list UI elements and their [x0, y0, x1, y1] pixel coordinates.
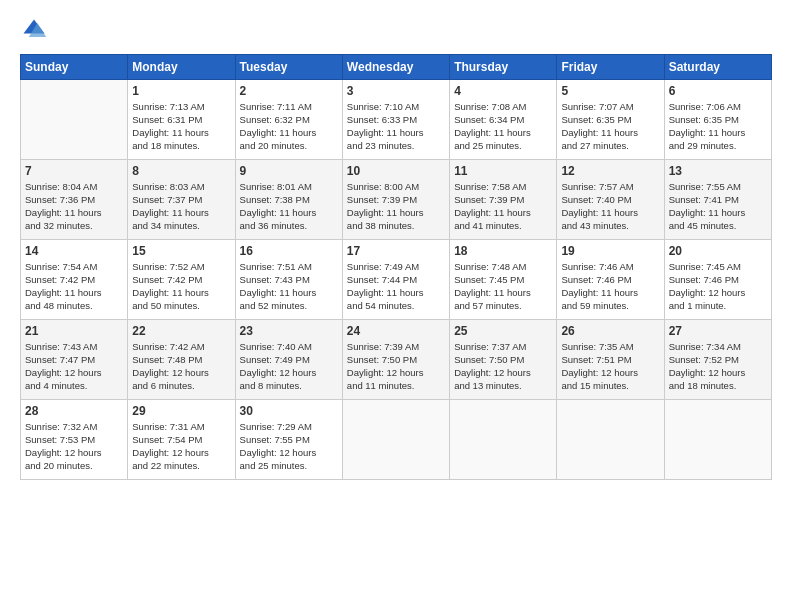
day-number: 6: [669, 83, 767, 99]
day-number: 23: [240, 323, 338, 339]
day-number: 5: [561, 83, 659, 99]
calendar-cell: 27Sunrise: 7:34 AM Sunset: 7:52 PM Dayli…: [664, 320, 771, 400]
day-info: Sunrise: 7:48 AM Sunset: 7:45 PM Dayligh…: [454, 261, 552, 312]
calendar-cell: [664, 400, 771, 480]
calendar-cell: 18Sunrise: 7:48 AM Sunset: 7:45 PM Dayli…: [450, 240, 557, 320]
calendar-cell: 4Sunrise: 7:08 AM Sunset: 6:34 PM Daylig…: [450, 80, 557, 160]
calendar-cell: 9Sunrise: 8:01 AM Sunset: 7:38 PM Daylig…: [235, 160, 342, 240]
calendar-cell: 21Sunrise: 7:43 AM Sunset: 7:47 PM Dayli…: [21, 320, 128, 400]
day-info: Sunrise: 7:32 AM Sunset: 7:53 PM Dayligh…: [25, 421, 123, 472]
calendar-cell: 20Sunrise: 7:45 AM Sunset: 7:46 PM Dayli…: [664, 240, 771, 320]
calendar-cell: 23Sunrise: 7:40 AM Sunset: 7:49 PM Dayli…: [235, 320, 342, 400]
day-info: Sunrise: 7:31 AM Sunset: 7:54 PM Dayligh…: [132, 421, 230, 472]
day-number: 11: [454, 163, 552, 179]
day-info: Sunrise: 7:45 AM Sunset: 7:46 PM Dayligh…: [669, 261, 767, 312]
calendar-cell: 26Sunrise: 7:35 AM Sunset: 7:51 PM Dayli…: [557, 320, 664, 400]
calendar-cell: [21, 80, 128, 160]
calendar-cell: [342, 400, 449, 480]
day-number: 16: [240, 243, 338, 259]
page-header: [20, 16, 772, 44]
calendar-cell: 24Sunrise: 7:39 AM Sunset: 7:50 PM Dayli…: [342, 320, 449, 400]
day-info: Sunrise: 7:29 AM Sunset: 7:55 PM Dayligh…: [240, 421, 338, 472]
calendar-cell: 10Sunrise: 8:00 AM Sunset: 7:39 PM Dayli…: [342, 160, 449, 240]
calendar-cell: 28Sunrise: 7:32 AM Sunset: 7:53 PM Dayli…: [21, 400, 128, 480]
day-number: 19: [561, 243, 659, 259]
day-info: Sunrise: 7:46 AM Sunset: 7:46 PM Dayligh…: [561, 261, 659, 312]
day-info: Sunrise: 7:34 AM Sunset: 7:52 PM Dayligh…: [669, 341, 767, 392]
day-info: Sunrise: 7:57 AM Sunset: 7:40 PM Dayligh…: [561, 181, 659, 232]
calendar-cell: 12Sunrise: 7:57 AM Sunset: 7:40 PM Dayli…: [557, 160, 664, 240]
day-number: 21: [25, 323, 123, 339]
weekday-header: Saturday: [664, 55, 771, 80]
day-info: Sunrise: 7:42 AM Sunset: 7:48 PM Dayligh…: [132, 341, 230, 392]
calendar-cell: 3Sunrise: 7:10 AM Sunset: 6:33 PM Daylig…: [342, 80, 449, 160]
weekday-header: Thursday: [450, 55, 557, 80]
calendar-cell: 8Sunrise: 8:03 AM Sunset: 7:37 PM Daylig…: [128, 160, 235, 240]
day-info: Sunrise: 8:04 AM Sunset: 7:36 PM Dayligh…: [25, 181, 123, 232]
calendar-cell: 14Sunrise: 7:54 AM Sunset: 7:42 PM Dayli…: [21, 240, 128, 320]
calendar-cell: 15Sunrise: 7:52 AM Sunset: 7:42 PM Dayli…: [128, 240, 235, 320]
day-number: 3: [347, 83, 445, 99]
day-number: 17: [347, 243, 445, 259]
day-number: 9: [240, 163, 338, 179]
day-number: 4: [454, 83, 552, 99]
calendar-cell: 2Sunrise: 7:11 AM Sunset: 6:32 PM Daylig…: [235, 80, 342, 160]
day-info: Sunrise: 8:00 AM Sunset: 7:39 PM Dayligh…: [347, 181, 445, 232]
weekday-header-row: SundayMondayTuesdayWednesdayThursdayFrid…: [21, 55, 772, 80]
day-info: Sunrise: 7:11 AM Sunset: 6:32 PM Dayligh…: [240, 101, 338, 152]
day-number: 26: [561, 323, 659, 339]
day-info: Sunrise: 7:13 AM Sunset: 6:31 PM Dayligh…: [132, 101, 230, 152]
day-number: 29: [132, 403, 230, 419]
logo: [20, 16, 52, 44]
calendar-cell: 5Sunrise: 7:07 AM Sunset: 6:35 PM Daylig…: [557, 80, 664, 160]
calendar-week-row: 7Sunrise: 8:04 AM Sunset: 7:36 PM Daylig…: [21, 160, 772, 240]
weekday-header: Tuesday: [235, 55, 342, 80]
day-number: 14: [25, 243, 123, 259]
calendar-cell: 30Sunrise: 7:29 AM Sunset: 7:55 PM Dayli…: [235, 400, 342, 480]
calendar-cell: 16Sunrise: 7:51 AM Sunset: 7:43 PM Dayli…: [235, 240, 342, 320]
weekday-header: Wednesday: [342, 55, 449, 80]
day-number: 15: [132, 243, 230, 259]
day-number: 2: [240, 83, 338, 99]
calendar-cell: [450, 400, 557, 480]
day-info: Sunrise: 7:06 AM Sunset: 6:35 PM Dayligh…: [669, 101, 767, 152]
day-number: 1: [132, 83, 230, 99]
calendar-week-row: 28Sunrise: 7:32 AM Sunset: 7:53 PM Dayli…: [21, 400, 772, 480]
calendar-week-row: 1Sunrise: 7:13 AM Sunset: 6:31 PM Daylig…: [21, 80, 772, 160]
weekday-header: Friday: [557, 55, 664, 80]
calendar-table: SundayMondayTuesdayWednesdayThursdayFrid…: [20, 54, 772, 480]
day-info: Sunrise: 8:01 AM Sunset: 7:38 PM Dayligh…: [240, 181, 338, 232]
calendar-page: SundayMondayTuesdayWednesdayThursdayFrid…: [0, 0, 792, 612]
day-number: 8: [132, 163, 230, 179]
day-number: 7: [25, 163, 123, 179]
day-info: Sunrise: 7:51 AM Sunset: 7:43 PM Dayligh…: [240, 261, 338, 312]
day-number: 27: [669, 323, 767, 339]
day-info: Sunrise: 7:54 AM Sunset: 7:42 PM Dayligh…: [25, 261, 123, 312]
day-info: Sunrise: 7:10 AM Sunset: 6:33 PM Dayligh…: [347, 101, 445, 152]
logo-icon: [20, 16, 48, 44]
calendar-cell: 22Sunrise: 7:42 AM Sunset: 7:48 PM Dayli…: [128, 320, 235, 400]
day-number: 10: [347, 163, 445, 179]
day-info: Sunrise: 7:07 AM Sunset: 6:35 PM Dayligh…: [561, 101, 659, 152]
day-number: 28: [25, 403, 123, 419]
calendar-cell: 25Sunrise: 7:37 AM Sunset: 7:50 PM Dayli…: [450, 320, 557, 400]
day-info: Sunrise: 7:43 AM Sunset: 7:47 PM Dayligh…: [25, 341, 123, 392]
day-number: 13: [669, 163, 767, 179]
day-info: Sunrise: 7:55 AM Sunset: 7:41 PM Dayligh…: [669, 181, 767, 232]
calendar-cell: 19Sunrise: 7:46 AM Sunset: 7:46 PM Dayli…: [557, 240, 664, 320]
day-info: Sunrise: 7:49 AM Sunset: 7:44 PM Dayligh…: [347, 261, 445, 312]
calendar-cell: 13Sunrise: 7:55 AM Sunset: 7:41 PM Dayli…: [664, 160, 771, 240]
calendar-week-row: 21Sunrise: 7:43 AM Sunset: 7:47 PM Dayli…: [21, 320, 772, 400]
calendar-body: 1Sunrise: 7:13 AM Sunset: 6:31 PM Daylig…: [21, 80, 772, 480]
day-number: 24: [347, 323, 445, 339]
calendar-cell: 1Sunrise: 7:13 AM Sunset: 6:31 PM Daylig…: [128, 80, 235, 160]
day-number: 18: [454, 243, 552, 259]
day-info: Sunrise: 7:08 AM Sunset: 6:34 PM Dayligh…: [454, 101, 552, 152]
day-info: Sunrise: 7:52 AM Sunset: 7:42 PM Dayligh…: [132, 261, 230, 312]
day-info: Sunrise: 7:39 AM Sunset: 7:50 PM Dayligh…: [347, 341, 445, 392]
day-info: Sunrise: 7:37 AM Sunset: 7:50 PM Dayligh…: [454, 341, 552, 392]
weekday-header: Sunday: [21, 55, 128, 80]
calendar-cell: 6Sunrise: 7:06 AM Sunset: 6:35 PM Daylig…: [664, 80, 771, 160]
day-info: Sunrise: 7:35 AM Sunset: 7:51 PM Dayligh…: [561, 341, 659, 392]
calendar-cell: 17Sunrise: 7:49 AM Sunset: 7:44 PM Dayli…: [342, 240, 449, 320]
